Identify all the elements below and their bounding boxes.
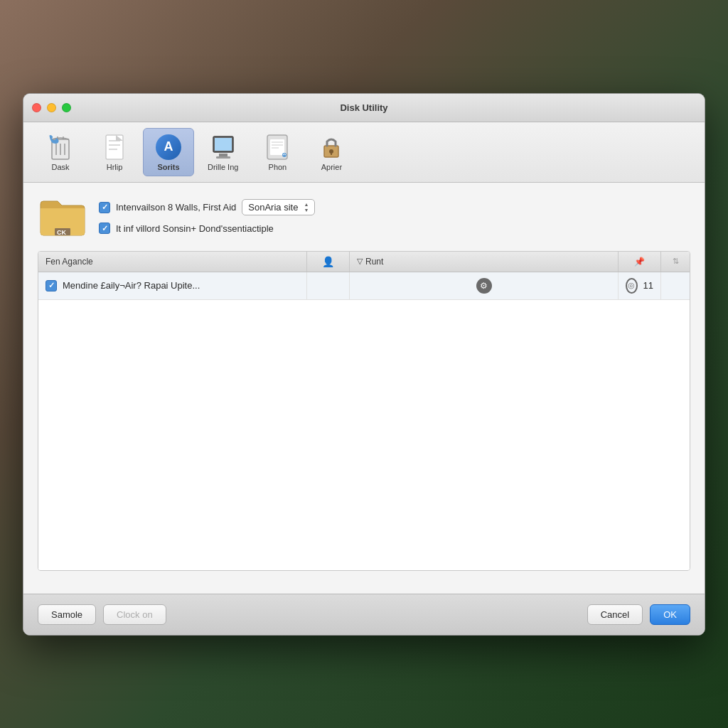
phon-label: Phon — [269, 163, 287, 171]
hrlip-label: Hrlip — [107, 163, 123, 171]
title-bar: Disk Utility — [23, 94, 705, 122]
cancel-button[interactable]: Cancel — [587, 604, 643, 625]
svg-text:CK: CK — [57, 229, 66, 236]
table-row[interactable]: Mendine £aily¬Air? Rapai Upite... ⚙ ◎ 11 — [38, 272, 690, 300]
gear-icon: ⚙ — [476, 278, 492, 294]
close-button[interactable] — [32, 103, 41, 112]
pin-icon: 📌 — [634, 257, 645, 267]
folder-icon: CK — [38, 194, 87, 237]
checkbox-row-2: It inf villord Sonsin+ Dond'ssentiactipl… — [99, 223, 690, 234]
badge-number: 11 — [643, 280, 653, 291]
filter-icon: ▽ — [357, 257, 363, 266]
cell-gear: ⚙ — [350, 272, 619, 299]
col-header-sort[interactable]: ⇅ — [661, 252, 690, 272]
sort-icon: ⇅ — [673, 257, 679, 266]
phon-icon — [263, 133, 291, 161]
toolbar-item-drilling[interactable]: Drille Ing — [197, 128, 249, 176]
checkboxes-column: Intenvailson 8 Walls, First Aid SonAria … — [99, 199, 690, 234]
table-empty-area — [38, 300, 690, 570]
cell-user — [307, 272, 350, 299]
bottom-bar: Samole Clock on Cancel OK — [23, 594, 705, 635]
checkbox-2-label: It inf villord Sonsin+ Dond'ssentiactipl… — [116, 223, 274, 234]
svg-rect-22 — [331, 151, 332, 155]
dropdown-value: SonAria site — [248, 202, 298, 213]
svg-point-19 — [282, 153, 287, 157]
drilling-label: Drille Ing — [208, 163, 238, 171]
toolbar: Dask Hrlip A Sorits — [23, 122, 705, 183]
aprier-label: Aprier — [321, 163, 342, 171]
cell-badge: ◎ 11 — [619, 272, 661, 299]
bottom-right-buttons: Cancel OK — [587, 604, 690, 625]
folder-icon-wrapper: CK — [38, 194, 87, 240]
svg-rect-11 — [215, 138, 232, 151]
sorits-icon: A — [154, 133, 183, 161]
main-window: Disk Utility Dask — [23, 93, 705, 636]
bottom-left-buttons: Samole Clock on — [38, 604, 166, 625]
toolbar-item-dask[interactable]: Dask — [35, 128, 86, 176]
checkbox-1[interactable] — [99, 202, 110, 213]
checkbox-1-label: Intenvailson 8 Walls, First Aid — [116, 202, 236, 213]
checkbox-row-1: Intenvailson 8 Walls, First Aid SonAria … — [99, 199, 690, 215]
checkbox-2[interactable] — [99, 223, 110, 234]
row-name: Mendine £aily¬Air? Rapai Upite... — [63, 280, 200, 291]
window-title: Disk Utility — [340, 102, 387, 113]
options-row: CK Intenvailson 8 Walls, First Aid SonAr… — [38, 194, 690, 240]
sorits-label: Sorits — [157, 163, 179, 171]
maximize-button[interactable] — [62, 103, 71, 112]
cell-sort — [661, 272, 690, 299]
col-header-fen-agancle: Fen Agancle — [38, 252, 307, 272]
toolbar-item-sorits[interactable]: A Sorits — [143, 128, 194, 176]
badge-icon: ◎ — [626, 278, 638, 294]
svg-rect-12 — [219, 154, 228, 156]
dask-icon — [46, 133, 75, 161]
col-label-fen-agancle: Fen Agancle — [46, 257, 93, 267]
samole-button[interactable]: Samole — [38, 604, 96, 625]
svg-rect-15 — [270, 139, 284, 155]
dask-label: Dask — [51, 163, 69, 171]
drilling-icon — [209, 133, 237, 161]
traffic-lights — [32, 103, 71, 112]
toolbar-item-aprier[interactable]: Aprier — [306, 128, 357, 176]
minimize-button[interactable] — [47, 103, 56, 112]
clock-on-button[interactable]: Clock on — [103, 604, 166, 625]
dropdown-arrow-icon — [304, 202, 309, 213]
table-header: Fen Agancle 👤 ▽ Runt 📌 ⇅ — [38, 252, 690, 272]
svg-rect-6 — [106, 135, 123, 159]
toolbar-item-phon[interactable]: Phon — [252, 128, 303, 176]
cell-name: Mendine £aily¬Air? Rapai Upite... — [38, 272, 307, 299]
aprier-icon — [317, 133, 346, 161]
content-area: CK Intenvailson 8 Walls, First Aid SonAr… — [23, 183, 705, 594]
dropdown-sonaria[interactable]: SonAria site — [242, 199, 315, 215]
svg-rect-13 — [216, 156, 230, 159]
toolbar-item-hrlip[interactable]: Hrlip — [89, 128, 140, 176]
table: Fen Agancle 👤 ▽ Runt 📌 ⇅ — [38, 251, 690, 571]
row-checkbox[interactable] — [46, 280, 57, 291]
ok-button[interactable]: OK — [650, 604, 690, 625]
col-header-runt[interactable]: ▽ Runt — [350, 252, 619, 272]
col-label-runt: Runt — [365, 257, 383, 267]
user-icon: 👤 — [322, 256, 334, 267]
hrlip-icon — [100, 133, 129, 161]
col-header-user: 👤 — [307, 252, 350, 272]
col-header-pin: 📌 — [619, 252, 661, 272]
